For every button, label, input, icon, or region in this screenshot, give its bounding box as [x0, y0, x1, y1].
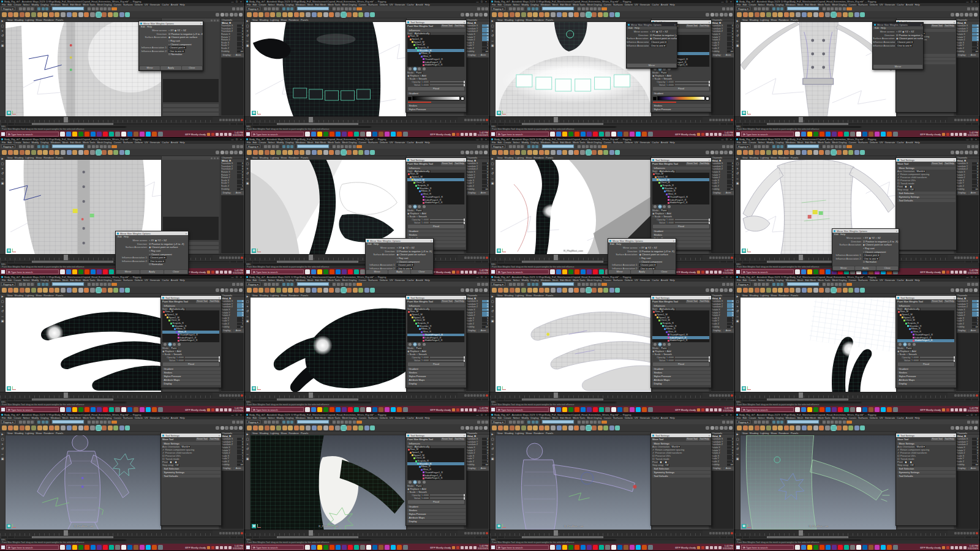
menu-uv[interactable]: UV [880, 279, 883, 282]
playback-button[interactable] [238, 394, 240, 397]
menu-select[interactable]: Select [513, 3, 519, 6]
weather-widget[interactable]: 68°F Mostly cloudy [920, 271, 941, 274]
shelf-paint-icon[interactable] [956, 13, 959, 17]
paint-select-tool-icon[interactable]: + [737, 305, 739, 308]
playback-button[interactable] [954, 394, 957, 397]
quick-select-field[interactable] [52, 420, 84, 424]
taskbar-app-icon[interactable] [97, 545, 102, 550]
channel-value[interactable]: on [972, 188, 979, 190]
collapsed-section-bar[interactable]: Stylus Pressure [652, 375, 710, 378]
snap-icon[interactable] [45, 7, 48, 10]
dropdown[interactable]: Closest joint ▾ [863, 253, 881, 257]
taskbar-app-icon[interactable] [121, 407, 126, 412]
menu-cache[interactable]: Cache [897, 279, 904, 282]
status-icon[interactable] [96, 283, 99, 286]
reset-tool-button[interactable]: Reset Tool [441, 438, 453, 441]
layer-tab-display[interactable]: Display [466, 192, 477, 195]
channel-value[interactable]: on [727, 188, 734, 190]
taskbar-app-icon[interactable] [826, 132, 831, 137]
layer-tab-anim[interactable]: Anim [723, 467, 734, 470]
shelf-icon[interactable] [854, 150, 859, 155]
layer-tab-anim[interactable]: Anim [968, 54, 979, 57]
shelf-icon[interactable] [498, 150, 503, 155]
auto-key-icon[interactable] [241, 119, 243, 121]
shelf-icon[interactable] [323, 288, 328, 293]
menu-generate[interactable]: Generate [395, 141, 405, 144]
viewport-menu-lighting[interactable]: Lighting [25, 18, 34, 22]
animbot-icon[interactable] [601, 145, 607, 148]
move-settings-section-bar[interactable]: Move Settings [162, 442, 221, 445]
pivot-button[interactable]: ▣ [903, 461, 908, 463]
taskbar-app-icon[interactable] [152, 545, 157, 550]
time-slider[interactable] [0, 392, 244, 398]
menu-file[interactable]: File [247, 3, 251, 6]
shelf-icon[interactable] [503, 150, 508, 155]
status-icon[interactable] [268, 7, 271, 10]
tool-settings-window[interactable]: Tool Settings×Paint Skin Weights ToolRes… [405, 433, 467, 526]
shelf-icon[interactable] [125, 150, 130, 155]
menu-select[interactable]: Select [268, 3, 274, 6]
taskbar-app-icon[interactable] [330, 545, 334, 550]
shelf-icon[interactable] [61, 288, 66, 293]
taskbar-app-icon[interactable] [317, 545, 322, 550]
shelf-icon[interactable] [294, 12, 299, 17]
shelf-icon[interactable] [265, 288, 270, 293]
menu-windows[interactable]: Windows [295, 279, 305, 282]
tray-icon[interactable] [224, 408, 227, 411]
dialog-option-control[interactable]: One to one ▾ [149, 260, 188, 263]
status-icon[interactable] [345, 145, 348, 148]
status-icon[interactable] [108, 7, 111, 10]
scrollbar[interactable] [219, 310, 221, 342]
menu-select[interactable]: Select [513, 416, 519, 419]
shelf-icon[interactable] [545, 288, 549, 293]
layer-tab-anim[interactable]: Anim [233, 54, 244, 57]
menu-modify[interactable]: Modify [32, 279, 39, 282]
shelf-icon[interactable] [294, 425, 299, 430]
shelf-icon[interactable] [557, 288, 562, 293]
brush-icon[interactable] [164, 343, 167, 346]
viewport-menu-view[interactable]: View [252, 294, 258, 298]
shelf-paint-icon[interactable] [239, 13, 243, 17]
menu-cache[interactable]: Cache [407, 416, 414, 419]
lasso-tool-icon[interactable]: ▢ [491, 438, 494, 441]
menu-generate[interactable]: Generate [640, 3, 650, 6]
rotate-tool-icon[interactable]: ↔ [246, 177, 249, 180]
playback-button[interactable] [477, 119, 479, 121]
status-icon[interactable] [582, 7, 585, 10]
taskbar-app-icon[interactable] [599, 269, 604, 274]
current-frame-marker[interactable] [64, 392, 68, 398]
taskbar-search[interactable]: Type here to search [496, 132, 549, 137]
taskbar-app-icon[interactable] [550, 407, 555, 412]
menu-mesh[interactable]: Mesh [307, 416, 314, 419]
viewport-menu-renderer[interactable]: Renderer [288, 18, 299, 22]
shelf-icon[interactable] [341, 150, 346, 155]
menu-help[interactable]: Help [179, 279, 184, 282]
status-icon[interactable] [754, 283, 757, 286]
playback-button[interactable] [480, 257, 482, 259]
menu-mesh[interactable]: Mesh [797, 416, 804, 419]
status-icon[interactable] [766, 7, 769, 10]
collapsed-section-bar[interactable] [163, 113, 219, 116]
maximize-button[interactable]: □ [235, 276, 239, 279]
menu-curves[interactable]: Curves [848, 416, 856, 419]
status-icon[interactable] [758, 145, 761, 148]
paint-select-tool-icon[interactable]: + [2, 29, 4, 32]
shelf-icon[interactable] [119, 150, 124, 155]
taskbar-app-icon[interactable] [305, 407, 310, 412]
dialog-option-control[interactable]: ☑ Positive to negative (+X to -X) [396, 250, 433, 253]
brush-icon[interactable] [413, 481, 417, 484]
snap-icon[interactable] [535, 145, 538, 148]
viewport-menu-lighting[interactable]: Lighting [270, 294, 279, 298]
ramp-scrollbar[interactable] [408, 102, 431, 103]
viewport-menu-show[interactable]: Show [36, 294, 42, 298]
snap-icon[interactable] [777, 421, 780, 424]
menu-create[interactable]: Create [13, 279, 21, 282]
layer-tab-anim[interactable]: Anim [723, 192, 734, 195]
status-icon[interactable] [276, 283, 279, 286]
close-button[interactable]: × [974, 0, 978, 3]
shelf-icon[interactable] [515, 150, 520, 155]
shelf-icon[interactable] [282, 12, 287, 17]
sidebar-toggle-icon[interactable] [240, 145, 243, 148]
layer-tab-anim[interactable]: Anim [233, 329, 244, 332]
menu-modify[interactable]: Modify [522, 416, 529, 419]
